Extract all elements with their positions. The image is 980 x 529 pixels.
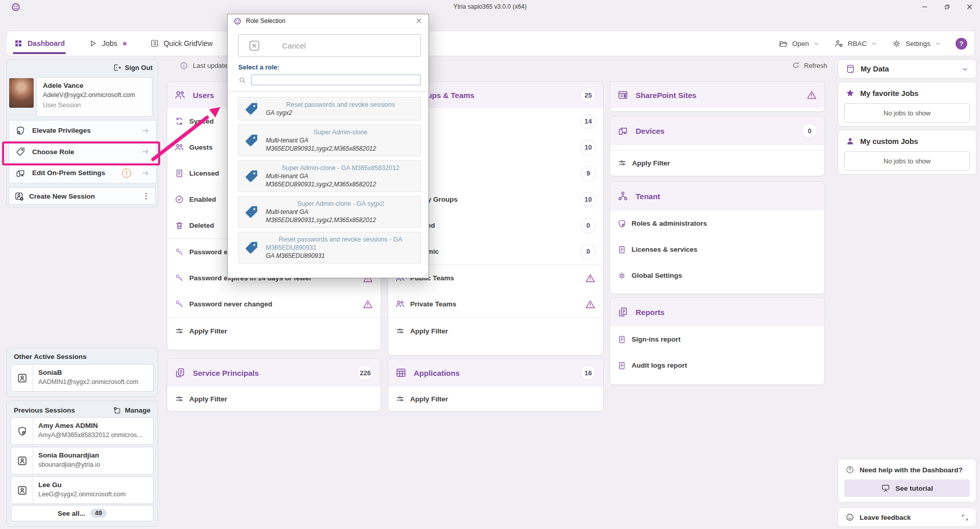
tab-jobs[interactable]: Jobs — [88, 31, 127, 56]
session-item-amy[interactable]: Amy Ames ADMIN AmyA@M365x85832012.onmicr… — [11, 417, 154, 445]
filter-icon — [395, 394, 405, 404]
users-apply-filter-button[interactable]: Apply Filter — [167, 318, 381, 344]
doc-icon — [617, 335, 626, 344]
row-count-badge: 0 — [581, 218, 596, 233]
devices-apply-filter-button[interactable]: Apply Filter — [610, 151, 824, 176]
expand-icon[interactable] — [961, 514, 969, 521]
tenant-header[interactable]: Tenant — [610, 182, 824, 210]
role-item-reset-passwords-ga[interactable]: Reset passwords and revoke sessions - GA… — [238, 232, 421, 263]
menu-item-edit-onprem-settings[interactable]: Edit On-Prem Settings ! — [9, 162, 156, 183]
tab-dashboard[interactable]: Dashboard — [14, 31, 65, 56]
session-name: Amy Ames ADMIN — [38, 422, 142, 429]
role-item-super-admin-clone[interactable]: Super Admin-clone Multi-tenant GA M365ED… — [238, 125, 421, 156]
role-search-input[interactable] — [251, 75, 421, 85]
chevron-down-icon[interactable] — [961, 65, 969, 73]
manage-sessions-button[interactable]: Manage — [113, 401, 158, 415]
my-favorite-jobs-title: My favorite Jobs — [860, 89, 918, 98]
cancel-button[interactable]: Cancel — [238, 34, 421, 57]
create-new-session-button[interactable]: Create New Session ⋮ — [9, 187, 156, 205]
arrow-right-icon — [141, 169, 150, 178]
tenant-title: Tenant — [636, 192, 660, 201]
row-label: Audit logs report — [632, 362, 687, 369]
role-item-reset-passwords[interactable]: Reset passwords and revoke sessions GA s… — [238, 97, 421, 121]
leave-feedback-card[interactable]: Leave feedback — [838, 508, 976, 527]
role-subtitle: M365EDU890931,sygx2,M365x8582012 — [266, 181, 415, 188]
sign-out-label: Sign Out — [125, 64, 153, 71]
applications-header[interactable]: Applications 16 — [388, 359, 603, 387]
session-type: User Session — [43, 102, 146, 109]
tab-quick-gridview[interactable]: Quick GridView — [150, 31, 213, 56]
elevate-privileges-label: Elevate Privileges — [32, 127, 91, 134]
row-label: Guests — [189, 143, 213, 151]
session-item-soniab[interactable]: SoniaB AADMIN1@sygx2.onmicrosoft.com — [11, 364, 154, 392]
restore-button[interactable] — [943, 4, 950, 11]
session-item-sonia[interactable]: Sonia Bounardjian sbounardjian@ytria.io — [11, 447, 154, 474]
users-row-password-never-changed[interactable]: Password never changed — [167, 291, 381, 317]
session-item-leegu[interactable]: Lee Gu LeeG@sygx2.onmicrosoft.com — [11, 476, 154, 504]
role-subtitle: Multi-tenant GA — [266, 208, 415, 215]
help-card: Need help with the Dashboard? See tutori… — [838, 459, 976, 502]
see-all-count-badge: 49 — [90, 509, 107, 518]
check-circle-icon — [174, 195, 184, 204]
reports-row-signins[interactable]: Sign-ins report — [610, 326, 824, 352]
applications-card: Applications 16 Apply Filter — [388, 358, 604, 412]
role-item-super-admin-clone-sygx2[interactable]: Super Admin-clone - GA sygx2 Multi-tenan… — [238, 196, 421, 228]
dialog-close-button[interactable] — [415, 17, 422, 25]
my-favorite-jobs-card: My favorite Jobs No jobs to show — [838, 82, 976, 127]
applications-icon — [395, 367, 407, 378]
see-tutorial-label: See tutorial — [895, 485, 933, 492]
settings-button[interactable]: Settings — [892, 39, 941, 49]
gear-icon — [892, 39, 901, 49]
tenant-row-roles-administrators[interactable]: Roles & administrators — [610, 210, 824, 236]
see-tutorial-button[interactable]: See tutorial — [844, 479, 970, 497]
menu-item-choose-role[interactable]: Choose Role — [9, 140, 156, 162]
see-all-sessions-button[interactable]: See all... 49 — [11, 505, 154, 521]
row-label: Enabled — [189, 196, 216, 203]
role-subtitle: GA M365EDU890931 — [266, 252, 415, 259]
select-role-label: Select a role: — [238, 63, 421, 71]
groups-apply-filter-button[interactable]: Apply Filter — [388, 318, 603, 344]
devices-card: Devices 0 Apply Filter — [610, 116, 825, 176]
reports-row-audit-logs[interactable]: Audit logs report — [610, 352, 824, 378]
resize-grip[interactable]: ⋰ — [421, 273, 428, 278]
sharepoint-title: SharePoint Sites — [636, 91, 696, 100]
avatar — [9, 78, 34, 108]
open-button[interactable]: Open — [778, 39, 820, 49]
search-icon — [238, 76, 246, 84]
my-data-label: My Data — [861, 65, 889, 73]
tenant-row-licenses-services[interactable]: Licenses & services — [610, 236, 824, 262]
service-principals-header[interactable]: Service Principals 226 — [167, 359, 381, 387]
devices-count-badge: 0 — [802, 123, 817, 138]
applications-apply-filter-button[interactable]: Apply Filter — [388, 387, 603, 411]
key-icon — [174, 247, 184, 257]
groups-row-private-teams[interactable]: Private Teams — [388, 291, 603, 317]
service-principals-apply-filter-button[interactable]: Apply Filter — [167, 387, 381, 411]
tag-icon — [15, 147, 26, 157]
role-tag-icon — [244, 133, 259, 148]
cancel-label: Cancel — [282, 41, 306, 50]
rbac-icon — [834, 39, 844, 49]
role-subtitle: M365EDU890931,sygx2,M365x8582012 — [266, 145, 415, 152]
sharepoint-sites-header[interactable]: SharePoint Sites — [610, 82, 824, 108]
refresh-button[interactable]: Refresh — [792, 61, 827, 69]
help-button[interactable]: ? — [956, 38, 967, 50]
rbac-button[interactable]: RBAC — [834, 39, 878, 49]
tenant-icon — [617, 190, 629, 202]
tenant-row-global-settings[interactable]: Global Settings — [610, 262, 824, 288]
reports-header[interactable]: Reports — [610, 298, 824, 326]
users-icon — [174, 89, 186, 101]
arrow-right-icon — [141, 126, 150, 135]
person-badge-icon — [17, 485, 28, 496]
row-label: Licenses & services — [632, 246, 697, 253]
menu-item-elevate-privileges[interactable]: Elevate Privileges — [9, 121, 156, 140]
more-options-icon[interactable]: ⋮ — [142, 191, 150, 201]
my-data-card[interactable]: My Data — [838, 59, 976, 79]
shield-check-icon — [17, 426, 28, 437]
applications-title: Applications — [414, 369, 460, 377]
refresh-icon — [792, 61, 800, 69]
role-item-super-admin-clone-m365[interactable]: Super Admin-clone - GA M365x85832012 Mul… — [238, 160, 421, 192]
close-window-button[interactable] — [966, 4, 973, 11]
minimize-button[interactable] — [921, 4, 928, 11]
devices-header[interactable]: Devices 0 — [610, 116, 824, 145]
sign-out-button[interactable]: Sign Out — [113, 63, 153, 72]
